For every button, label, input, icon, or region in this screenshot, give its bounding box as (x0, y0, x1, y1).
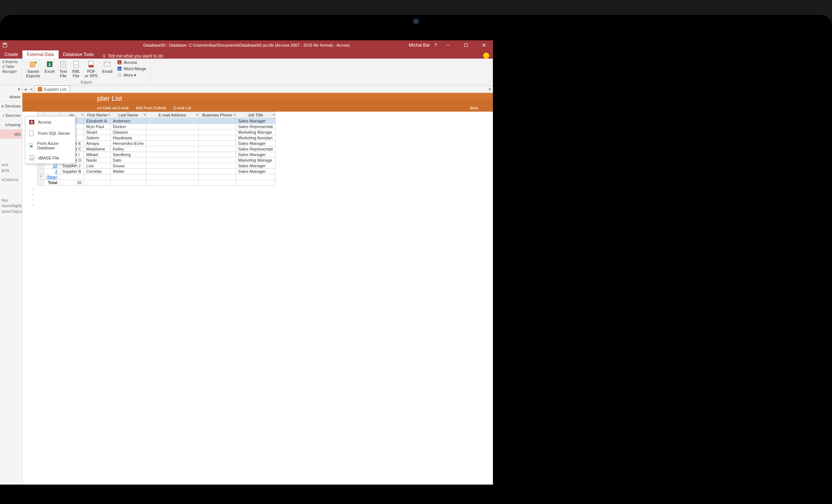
collect-data-link[interactable]: ect Data via E-mail (97, 106, 128, 110)
cell-last-name[interactable]: Sandberg (111, 152, 146, 158)
cell-job-title[interactable]: Sales Manager (236, 141, 275, 146)
cell-first-name[interactable]: Elizabeth A. (84, 118, 110, 124)
collapse-ribbon-icon[interactable]: ⌃ (488, 80, 491, 84)
cell-last-name[interactable]: Kelley (111, 146, 146, 152)
cell-email[interactable] (146, 135, 198, 141)
cell-phone[interactable] (198, 163, 236, 169)
cell-first-name[interactable]: Mikael (84, 152, 110, 158)
tab-create[interactable]: Create (0, 50, 22, 59)
cell-last-name[interactable]: Hayakawa (111, 135, 146, 141)
cell-last-name[interactable]: Sato (111, 158, 146, 163)
xml-file-button[interactable]: </>XML File (70, 59, 82, 79)
tab-nav-back-icon[interactable]: ◂ (22, 87, 28, 92)
pdf-xps-button[interactable]: PDF or XPS (83, 59, 99, 79)
cell-last-name[interactable]: Dunton (111, 124, 146, 130)
import-source-menu[interactable]: A Access From SQL Server From Azure Data… (25, 116, 75, 164)
cell-first-name[interactable]: Amaya (84, 141, 110, 146)
nav-dropdown-icon[interactable]: ▸ (0, 85, 22, 92)
cell-email[interactable] (146, 141, 198, 146)
access-export-button[interactable]: AAccess (115, 59, 148, 65)
navigation-pane[interactable]: ▸ abase e Services r Sources rchasing ai… (0, 85, 22, 485)
cell-company[interactable]: Supplier B (60, 169, 84, 174)
save-icon[interactable] (2, 43, 7, 48)
add-from-outlook-link[interactable]: Add From Outlook (136, 106, 166, 110)
help-icon[interactable]: ? (434, 43, 437, 48)
text-file-button[interactable]: Text File (58, 59, 69, 79)
cell-phone[interactable] (198, 118, 236, 124)
cell-job-title[interactable]: Sales Manager (236, 163, 275, 169)
tell-me-search[interactable]: Tell me what you want to do (98, 53, 167, 59)
close-button[interactable] (477, 40, 491, 50)
cell-email[interactable] (146, 152, 198, 158)
col-first-name[interactable]: First Name▾ (84, 112, 110, 118)
cell-job-title[interactable]: Sales Manager (236, 118, 275, 124)
saved-exports-button[interactable]: Saved Exports (25, 59, 41, 79)
cell-email[interactable] (146, 130, 198, 135)
cell-id[interactable]: 2 (44, 169, 60, 174)
excel-button[interactable]: XExcel (43, 59, 56, 74)
tab-database-tools[interactable]: Database Tools (59, 50, 99, 59)
cell-first-name[interactable]: Stuart (84, 130, 110, 135)
cell-job-title[interactable]: Marketing Assistan (236, 135, 275, 141)
cell-email[interactable] (146, 146, 198, 152)
cell-phone[interactable] (198, 124, 236, 130)
col-last-name[interactable]: Last Name▾ (111, 112, 146, 118)
minimize-button[interactable] (441, 40, 455, 50)
nav-category[interactable]: e Services (0, 102, 22, 111)
cell-phone[interactable] (198, 135, 236, 141)
maximize-button[interactable] (459, 40, 473, 50)
cell-phone[interactable] (198, 158, 236, 163)
nav-category[interactable]: ails (0, 130, 22, 139)
cell-last-name[interactable]: Andersen (111, 118, 146, 124)
table-row[interactable]: 2Supplier BCorneliaWeilerSales Manager (38, 169, 276, 174)
cell-phone[interactable] (198, 169, 236, 174)
cell-first-name[interactable]: Madeleine (84, 146, 110, 152)
document-tab[interactable]: Supplier List (34, 85, 70, 93)
cell-phone[interactable] (198, 141, 236, 146)
col-phone[interactable]: Business Phone▾ (198, 112, 236, 118)
menu-item-sql-server[interactable]: From SQL Server (25, 128, 75, 139)
new-row[interactable]: *(New) (38, 174, 276, 180)
cell-first-name[interactable]: Naoki (84, 158, 110, 163)
saved-imports-button[interactable]: d Imports (2, 59, 20, 64)
cell-email[interactable] (146, 124, 198, 130)
menu-item-access[interactable]: A Access (25, 116, 75, 128)
cell-email[interactable] (146, 118, 198, 124)
cell-last-name[interactable]: Weiler (111, 169, 146, 174)
cell-first-name[interactable]: Bryn Paul (84, 124, 110, 130)
cell-job-title[interactable]: Sales Representati (236, 146, 275, 152)
cell-job-title[interactable]: Marketing Manage (236, 130, 275, 135)
tab-nav-fwd-icon[interactable]: « (28, 87, 34, 92)
linked-table-manager-button[interactable]: d Table Manager (2, 64, 20, 74)
col-email[interactable]: E-mail Address▾ (146, 112, 198, 118)
word-merge-button[interactable]: WWord Merge (115, 66, 148, 72)
email-button[interactable]: Email (101, 59, 114, 74)
cell-phone[interactable] (198, 146, 236, 152)
feedback-icon[interactable] (483, 53, 489, 59)
cell-last-name[interactable]: Hernandez-Eche (111, 141, 146, 146)
cell-last-name[interactable]: Sousa (111, 163, 146, 169)
row-selector[interactable] (38, 169, 44, 174)
cell-phone[interactable] (198, 130, 236, 135)
cell-phone[interactable] (198, 152, 236, 158)
cell-job-title[interactable]: Sales Representati (236, 124, 275, 130)
cell-job-title[interactable]: Sales Manager (236, 152, 275, 158)
nav-category[interactable]: abase (0, 92, 22, 102)
tab-external-data[interactable]: External Data (22, 50, 59, 59)
menu-item-azure[interactable]: From Azure Database (25, 139, 75, 152)
cell-email[interactable] (146, 169, 198, 174)
nav-category[interactable]: r Sources (0, 111, 22, 120)
menu-item-dbase[interactable]: dB dBASE File (25, 152, 75, 164)
cell-job-title[interactable]: Marketing Manage (236, 158, 275, 163)
col-job-title[interactable]: Job Title▾ (236, 112, 275, 118)
cell-first-name[interactable]: Satomi (84, 135, 110, 141)
done-link[interactable]: done (470, 106, 478, 110)
cell-email[interactable] (146, 163, 198, 169)
nav-category[interactable]: rchasing (0, 120, 22, 130)
cell-first-name[interactable]: Cornelia (84, 169, 110, 174)
user-name[interactable]: Michal Bar (409, 43, 430, 48)
more-export-button[interactable]: More ▾ (115, 72, 148, 78)
cell-email[interactable] (146, 158, 198, 163)
cell-job-title[interactable]: Sales Manager (236, 169, 275, 174)
cell-last-name[interactable]: Glasson (111, 130, 146, 135)
